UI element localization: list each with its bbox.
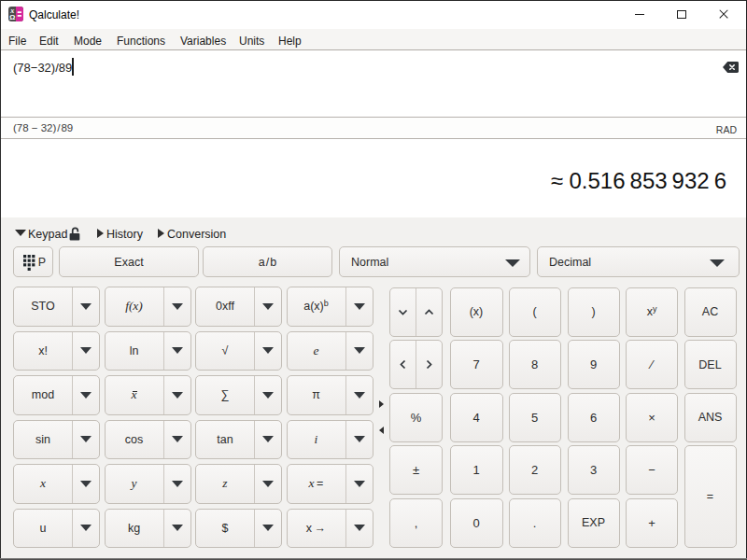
svg-text:Ω: Ω [9, 13, 16, 21]
